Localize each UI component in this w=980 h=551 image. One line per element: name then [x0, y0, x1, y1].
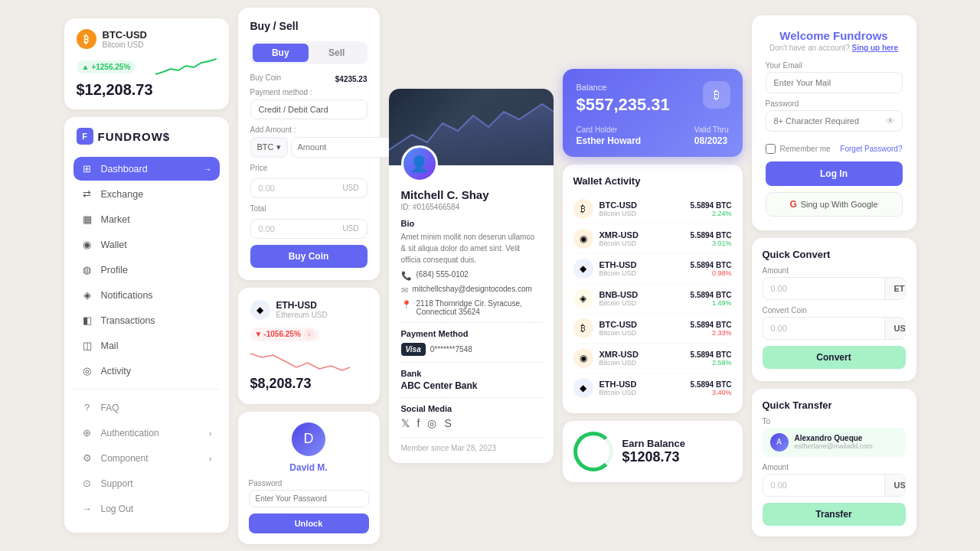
auth-card: Welcome Fundrows Don't have an account? … — [752, 15, 916, 230]
wallet-icon: ◉ — [81, 239, 93, 250]
sidebar-label-auth: Authentication — [101, 428, 159, 439]
coin-sub-6: Bitcoin USD — [599, 389, 684, 396]
buy-coin-button[interactable]: Buy Coin — [250, 245, 368, 268]
sidebar: F FUNDROW$ ⊞ Dashboard → ⇄ Exchange ▦ Ma… — [64, 117, 229, 533]
eth-badge-value: -1056.25% — [263, 330, 300, 338]
coin-info-1: XMR-USD Bitcoin USD — [599, 230, 684, 247]
forget-password-link[interactable]: Forget Password? — [840, 145, 902, 153]
sidebar-label-support: Support — [101, 478, 133, 489]
sidebar-item-support[interactable]: ⊙ Support — [74, 471, 220, 495]
visa-row: Visa 0*******7548 — [401, 343, 541, 356]
qc-convert-input[interactable] — [763, 318, 884, 339]
profile-id: ID: #0165466584 — [401, 203, 541, 211]
coin-amount-1: 5.5894 BTC 3.01% — [691, 231, 732, 247]
coin-sub-2: Bitcoin USD — [599, 269, 684, 277]
earn-amount: $1208.73 — [622, 449, 732, 465]
payment-select[interactable]: Credit / Debit Card — [250, 99, 368, 119]
facebook-icon[interactable]: f — [417, 417, 420, 429]
profile-email: ✉ mitchellcshay@designtocodes.com — [401, 285, 541, 295]
logout-icon: → — [81, 503, 93, 514]
google-icon: G — [789, 199, 796, 210]
email-input[interactable] — [766, 72, 903, 93]
social-title: Social Media — [401, 404, 541, 413]
price-label: Price — [250, 164, 268, 172]
coin-sub-3: Bitcoin USD — [599, 299, 684, 307]
coin-pct-3: 1.49% — [691, 299, 732, 307]
qt-currency-select[interactable]: USD ETH BTC — [884, 474, 906, 496]
divider-1 — [401, 322, 541, 323]
tab-sell[interactable]: Sell — [309, 44, 365, 62]
sidebar-logo: F FUNDROW$ — [74, 128, 220, 145]
coin-btc-0: 5.5894 BTC — [691, 201, 732, 210]
qt-amount-input[interactable] — [763, 474, 884, 496]
skype-icon[interactable]: S — [444, 417, 451, 429]
sidebar-item-authentication[interactable]: ⊕ Authentication › — [74, 421, 220, 445]
qc-amount-label: Amount — [763, 266, 906, 275]
profile-unlock-card: D David M. Password Unlock — [238, 412, 380, 544]
coin-select[interactable]: BTC ▾ — [250, 137, 288, 158]
google-signup-button[interactable]: G Sing up With Google — [766, 192, 903, 217]
convert-button[interactable]: Convert — [763, 346, 906, 369]
coin-amount-4: 5.5894 BTC 2.33% — [691, 321, 732, 337]
password-input[interactable] — [766, 110, 903, 132]
profile-avatar-icon: 👤 — [410, 155, 429, 173]
qc-from-coin-select[interactable]: ETH BTC USD — [884, 278, 906, 299]
unlock-button[interactable]: Unlock — [249, 514, 369, 533]
auth-title: Welcome Fundrows — [766, 29, 903, 42]
btc-mini-chart — [155, 55, 217, 78]
login-button[interactable]: Log In — [766, 161, 903, 186]
sidebar-item-market[interactable]: ▦ Market — [74, 207, 220, 231]
google-btn-label: Sing up With Google — [801, 200, 878, 209]
location-icon: 📍 — [401, 300, 412, 310]
sidebar-item-exchange[interactable]: ⇄ Exchange — [74, 182, 220, 206]
sidebar-label-mail: Mail — [101, 341, 119, 351]
sidebar-label-dashboard: Dashboard — [101, 164, 148, 174]
transfer-button[interactable]: Transfer — [763, 503, 906, 526]
twitter-icon[interactable]: 𝕏 — [401, 417, 410, 429]
tab-buy[interactable]: Buy — [253, 44, 309, 62]
unlock-pw-input[interactable] — [249, 490, 369, 507]
sidebar-item-profile[interactable]: ◍ Profile — [74, 258, 220, 282]
sidebar-item-logout[interactable]: → Log Out — [74, 497, 220, 520]
valid-value: 08/2023 — [694, 135, 729, 146]
coin-name-5: XMR-USD — [599, 350, 684, 359]
amount-row: BTC ▾ — [250, 137, 368, 158]
sidebar-item-faq[interactable]: ? FAQ — [74, 396, 220, 419]
sidebar-item-dashboard[interactable]: ⊞ Dashboard → — [74, 157, 220, 181]
buysell-title: Buy / Sell — [250, 20, 368, 32]
sidebar-label-profile: Profile — [101, 265, 128, 276]
sidebar-item-notifications[interactable]: ◈ Notifications — [74, 283, 220, 307]
wallet-item: ◉ XMR-USD Bitcoin USD 5.5894 BTC 2.58% — [573, 344, 732, 373]
eth-subtitle: Ethereum USD — [276, 311, 328, 319]
buy-coin-row: Buy Coin $4235.23 — [250, 73, 368, 85]
coin-btc-5: 5.5894 BTC — [691, 350, 732, 359]
coin-amount-3: 5.5894 BTC 1.49% — [691, 291, 732, 307]
remember-checkbox[interactable] — [766, 144, 776, 154]
qc-amount-input[interactable] — [763, 278, 884, 299]
recipient-info: Alexandro Queque estherlane@mailadd.com — [795, 434, 873, 450]
sidebar-item-mail[interactable]: ◫ Mail — [74, 334, 220, 357]
eth-coin-icon: ◆ — [250, 300, 270, 320]
earn-circle — [573, 432, 613, 471]
nav-divider — [74, 389, 220, 390]
buy-coin-label: Buy Coin — [250, 73, 282, 82]
card-holder-info: Card Holder Esther Howard — [577, 126, 642, 146]
sidebar-item-wallet[interactable]: ◉ Wallet — [74, 233, 220, 256]
address-value: 2118 Thornridge Cir. Syracuse, Connectic… — [416, 299, 541, 316]
instagram-icon[interactable]: ◎ — [427, 417, 436, 429]
unlock-pw-label: Password — [249, 479, 369, 487]
profile-address: 📍 2118 Thornridge Cir. Syracuse, Connect… — [401, 299, 541, 316]
signup-link[interactable]: Sing up here — [851, 44, 898, 52]
sidebar-item-transactions[interactable]: ◧ Transactions — [74, 308, 220, 332]
eye-icon: 👁 — [886, 116, 895, 126]
valid-thru-info: Valid Thru 08/2023 — [694, 126, 729, 146]
sidebar-item-component[interactable]: ⚙ Component › — [74, 446, 220, 470]
bio-title: Bio — [401, 219, 541, 228]
sidebar-label-market: Market — [101, 214, 130, 225]
btc-badge: ▲ +1256.25% — [77, 60, 136, 73]
profile-banner: 👤 — [389, 89, 554, 165]
sidebar-item-activity[interactable]: ◎ Activity — [74, 359, 220, 383]
logo-text: FUNDROW$ — [98, 130, 171, 143]
qc-to-coin-select[interactable]: USD ETH BTC — [884, 318, 906, 339]
wallet-item: ₿ BTC-USD Bitcoin USD 5.5894 BTC 2.33% — [573, 314, 732, 344]
